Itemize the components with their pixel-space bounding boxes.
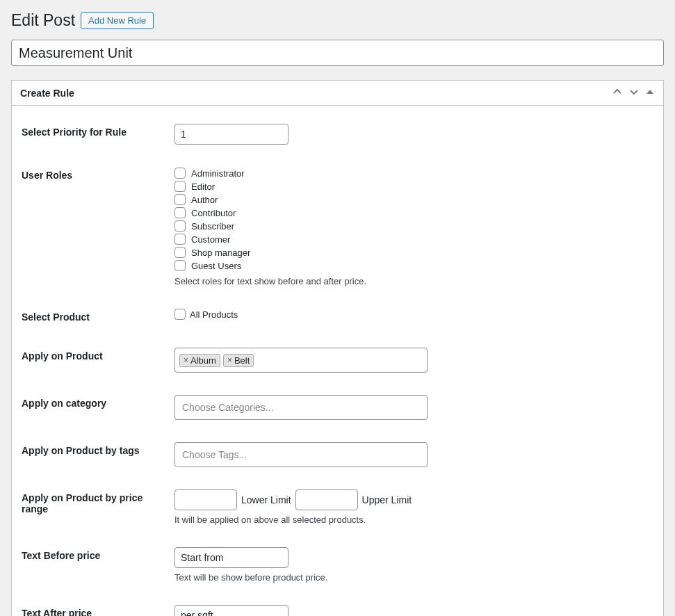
role-checkbox-customer[interactable] xyxy=(174,234,186,245)
all-products-label: All Products xyxy=(190,309,238,320)
add-new-rule-button[interactable]: Add New Rule xyxy=(81,12,154,29)
role-checkbox-shop-manager[interactable] xyxy=(174,247,186,258)
post-title-input[interactable] xyxy=(11,40,664,66)
metabox-title: Create Rule xyxy=(20,88,74,99)
price-range-description: It will be applied on above all selected… xyxy=(174,514,653,525)
role-checkbox-subscriber[interactable] xyxy=(174,220,186,232)
category-placeholder: Choose Categories... xyxy=(179,402,274,413)
role-checkbox-contributor[interactable] xyxy=(174,207,186,218)
upper-limit-label: Upper Limit xyxy=(362,494,412,505)
role-label: Guest Users xyxy=(191,261,241,271)
tags-placeholder: Choose Tags... xyxy=(179,449,247,460)
priority-input[interactable] xyxy=(174,124,288,145)
role-label: Customer xyxy=(191,234,230,245)
toggle-collapse-icon[interactable] xyxy=(645,87,655,99)
text-after-label: Text After price xyxy=(22,594,174,616)
role-checkbox-administrator[interactable] xyxy=(174,168,186,179)
select-product-label: Select Product xyxy=(22,298,174,337)
role-label: Editor xyxy=(191,181,215,192)
apply-tags-label: Apply on Product by tags xyxy=(22,431,174,478)
upper-limit-input[interactable] xyxy=(295,489,358,510)
role-checkbox-guest-users[interactable] xyxy=(174,260,186,271)
user-roles-description: Select roles for text show before and af… xyxy=(174,276,653,286)
remove-tag-icon[interactable]: × xyxy=(184,355,188,365)
apply-price-range-label: Apply on Product by price range xyxy=(22,478,174,536)
text-after-input[interactable] xyxy=(174,605,288,616)
priority-label: Select Priority for Rule xyxy=(22,113,174,156)
role-label: Shop manager xyxy=(191,248,250,258)
role-checkbox-editor[interactable] xyxy=(174,181,186,192)
product-tag-album: ×Album xyxy=(179,354,220,367)
role-checkbox-author[interactable] xyxy=(174,194,186,205)
user-roles-label: User Roles xyxy=(22,156,174,298)
apply-category-label: Apply on category xyxy=(22,384,174,431)
role-label: Author xyxy=(191,195,218,205)
role-label: Contributor xyxy=(191,208,236,218)
page-title: Edit Post xyxy=(11,11,75,30)
all-products-checkbox[interactable] xyxy=(174,309,186,320)
move-up-icon[interactable] xyxy=(612,86,623,99)
role-label: Administrator xyxy=(191,168,245,179)
user-roles-list: Administrator Editor Author Contributor … xyxy=(174,167,653,272)
apply-tags-select[interactable]: Choose Tags... xyxy=(174,442,428,467)
apply-product-label: Apply on Product xyxy=(22,337,174,384)
lower-limit-input[interactable] xyxy=(174,489,237,510)
remove-tag-icon[interactable]: × xyxy=(227,355,232,365)
move-down-icon[interactable] xyxy=(628,86,640,99)
text-before-description: Text will be show before product price. xyxy=(174,572,653,583)
product-tag-belt: ×Belt xyxy=(223,354,254,367)
apply-product-select[interactable]: ×Album ×Belt xyxy=(174,348,428,373)
create-rule-metabox: Create Rule Select Priority for Rule xyxy=(11,80,664,616)
text-before-input[interactable] xyxy=(174,547,288,568)
role-label: Subscriber xyxy=(191,221,234,232)
lower-limit-label: Lower Limit xyxy=(241,494,291,505)
text-before-label: Text Before price xyxy=(22,536,174,594)
apply-category-select[interactable]: Choose Categories... xyxy=(174,395,428,420)
